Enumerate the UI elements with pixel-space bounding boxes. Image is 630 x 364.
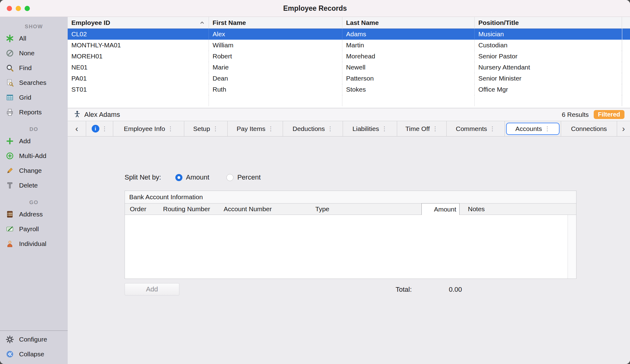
scrollbar-track[interactable] bbox=[568, 215, 576, 279]
table-row[interactable]: NE01 Marie Newell Nursery Attendant bbox=[68, 62, 630, 73]
sidebar-item-label: Add bbox=[19, 137, 30, 145]
column-header-position-title[interactable]: Position/Title bbox=[475, 17, 622, 29]
employee-list-header: Employee ID First Name Last Name Positio… bbox=[68, 17, 630, 29]
cell-position: Senior Minister bbox=[475, 73, 622, 84]
cell-position: Senior Pastor bbox=[475, 51, 622, 62]
sidebar-item-grid[interactable]: Grid bbox=[0, 90, 68, 105]
column-header-last-name[interactable]: Last Name bbox=[342, 17, 475, 29]
tab-employee-info[interactable]: Employee Info⋮ bbox=[113, 121, 184, 136]
cell-first-name: Alex bbox=[209, 29, 342, 40]
cell-last-name: Morehead bbox=[342, 51, 475, 62]
sidebar-item-collapse[interactable]: Collapse bbox=[0, 347, 68, 362]
results-count: 6 Results bbox=[562, 111, 589, 118]
sidebar-item-label: Address bbox=[19, 211, 43, 218]
tab-info[interactable]: i ⋮ bbox=[86, 121, 113, 136]
selected-record-name: Alex Adams bbox=[84, 111, 120, 119]
table-row[interactable]: MOREH01 Robert Morehead Senior Pastor bbox=[68, 51, 630, 62]
tab-liabilities[interactable]: Liabilities⋮ bbox=[343, 121, 397, 136]
tab-menu-dots[interactable]: ⋮ bbox=[268, 125, 274, 132]
split-net-label: Split Net by: bbox=[125, 173, 161, 181]
cell-first-name: Ruth bbox=[209, 84, 342, 95]
tab-setup[interactable]: Setup⋮ bbox=[184, 121, 228, 136]
tab-menu-dots[interactable]: ⋮ bbox=[102, 125, 108, 132]
sidebar-item-searches[interactable]: Searches bbox=[0, 75, 68, 90]
sidebar-item-payroll[interactable]: Payroll bbox=[0, 222, 68, 236]
table-row[interactable]: ST01 Ruth Stokes Office Mgr bbox=[68, 84, 630, 95]
bank-account-columns: Order Routing Number Account Number Type… bbox=[125, 203, 576, 215]
cell-first-name: Robert bbox=[209, 51, 342, 62]
column-header-account-number[interactable]: Account Number bbox=[224, 204, 272, 215]
row-scrollbar-gutter bbox=[622, 51, 630, 62]
add-account-button[interactable]: Add bbox=[125, 283, 179, 295]
scrollbar-track[interactable] bbox=[622, 95, 630, 106]
sidebar-item-none[interactable]: None bbox=[0, 46, 68, 61]
employee-records-window: Employee Records SHOW All None Find Sear… bbox=[0, 0, 630, 364]
radio-option-percent[interactable]: Percent bbox=[226, 173, 261, 181]
zoom-window-button[interactable] bbox=[25, 6, 30, 11]
cell-employee-id: ST01 bbox=[68, 84, 209, 95]
column-header-order[interactable]: Order bbox=[130, 204, 146, 215]
close-window-button[interactable] bbox=[7, 6, 12, 11]
column-header-amount[interactable]: Amount bbox=[421, 203, 460, 216]
tab-menu-dots[interactable]: ⋮ bbox=[213, 125, 218, 132]
sidebar-item-find[interactable]: Find bbox=[0, 61, 68, 75]
sidebar-item-label: Grid bbox=[19, 94, 31, 101]
sidebar-item-delete[interactable]: Delete bbox=[0, 178, 68, 193]
table-row[interactable]: MONTHLY-MA01 William Martin Custodian bbox=[68, 40, 630, 51]
radio-unselected-icon bbox=[226, 174, 233, 181]
tab-time-off[interactable]: Time Off⋮ bbox=[397, 121, 447, 136]
chevron-right-icon: › bbox=[622, 124, 625, 134]
column-header-notes[interactable]: Notes bbox=[468, 204, 485, 215]
sidebar-section-do: DO bbox=[0, 126, 68, 133]
tab-comments[interactable]: Comments⋮ bbox=[447, 121, 505, 136]
filtered-badge[interactable]: Filtered bbox=[594, 110, 624, 119]
sidebar-section-show: SHOW bbox=[0, 24, 68, 30]
sidebar-item-label: Configure bbox=[19, 336, 47, 343]
tab-connections[interactable]: Connections bbox=[561, 121, 617, 136]
sidebar-item-multi-add[interactable]: Multi-Add bbox=[0, 148, 68, 163]
change-icon bbox=[6, 166, 14, 175]
tab-menu-dots[interactable]: ⋮ bbox=[544, 125, 550, 132]
cell-last-name: Newell bbox=[342, 62, 475, 73]
sidebar-item-address[interactable]: Address bbox=[0, 207, 68, 222]
radio-option-amount[interactable]: Amount bbox=[175, 173, 209, 181]
radio-selected-icon bbox=[175, 174, 182, 181]
cell-last-name: Adams bbox=[342, 29, 475, 40]
cell-last-name: Patterson bbox=[342, 73, 475, 84]
search-icon bbox=[6, 64, 14, 72]
column-header-routing-number[interactable]: Routing Number bbox=[163, 204, 210, 215]
column-header-type[interactable]: Type bbox=[315, 204, 329, 215]
sidebar-item-label: Payroll bbox=[19, 225, 39, 233]
tab-accounts[interactable]: Accounts⋮ bbox=[505, 121, 561, 136]
cell-position: Custodian bbox=[475, 40, 622, 51]
cell-employee-id: PA01 bbox=[68, 73, 209, 84]
cell-position: Office Mgr bbox=[475, 84, 622, 95]
table-row[interactable]: PA01 Dean Patterson Senior Minister bbox=[68, 73, 630, 84]
tab-menu-dots[interactable]: ⋮ bbox=[381, 125, 387, 132]
table-row[interactable]: CL02 Alex Adams Musician bbox=[68, 29, 630, 40]
sidebar-item-reports[interactable]: Reports bbox=[0, 105, 68, 120]
traffic-lights bbox=[7, 6, 30, 11]
tab-menu-dots[interactable]: ⋮ bbox=[168, 125, 173, 132]
tab-deductions[interactable]: Deductions⋮ bbox=[283, 121, 343, 136]
minimize-window-button[interactable] bbox=[16, 6, 21, 11]
tab-menu-dots[interactable]: ⋮ bbox=[432, 125, 438, 132]
sidebar-item-add[interactable]: Add bbox=[0, 134, 68, 148]
tab-menu-dots[interactable]: ⋮ bbox=[327, 125, 333, 132]
tab-bar: ‹ i ⋮ Employee Info⋮ Setup⋮ Pay Items⋮ D… bbox=[68, 121, 630, 136]
sidebar-item-configure[interactable]: Configure bbox=[0, 332, 68, 347]
column-header-employee-id[interactable]: Employee ID bbox=[68, 17, 209, 29]
reports-icon bbox=[6, 108, 14, 117]
total-value: 0.00 bbox=[449, 286, 462, 294]
tab-menu-dots[interactable]: ⋮ bbox=[489, 125, 495, 132]
column-header-first-name[interactable]: First Name bbox=[209, 17, 342, 29]
sidebar-item-individual[interactable]: Individual bbox=[0, 236, 68, 251]
tabs-scroll-left-button[interactable]: ‹ bbox=[68, 121, 86, 136]
sidebar-item-change[interactable]: Change bbox=[0, 163, 68, 178]
titlebar: Employee Records bbox=[0, 0, 630, 17]
sidebar-item-label: Change bbox=[19, 167, 42, 174]
tabs-scroll-right-button[interactable]: › bbox=[617, 121, 630, 136]
tab-pay-items[interactable]: Pay Items⋮ bbox=[228, 121, 283, 136]
cell-first-name: Dean bbox=[209, 73, 342, 84]
sidebar-item-all[interactable]: All bbox=[0, 31, 68, 46]
